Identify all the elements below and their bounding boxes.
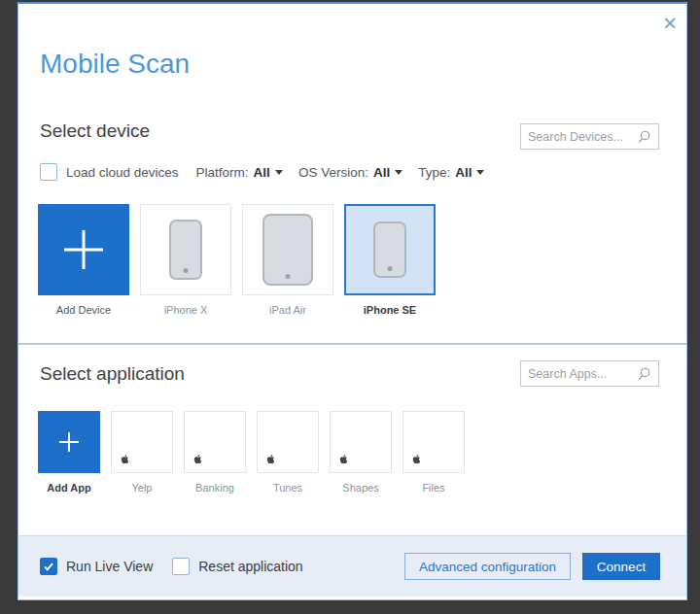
footer-bar: Run Live View Reset application Advanced… (18, 535, 686, 597)
iphone-se-tile[interactable] (344, 204, 436, 295)
iphone-x-tile[interactable] (140, 204, 231, 295)
banking-tile[interactable] (184, 411, 246, 473)
plus-icon (64, 230, 103, 269)
app-search-box (520, 360, 659, 387)
app-tile-label: Add App (47, 482, 90, 494)
app-tile-banking: Banking (184, 411, 246, 494)
apple-icon (120, 453, 130, 465)
search-icon (636, 366, 651, 382)
load-cloud-devices-checkbox[interactable] (40, 163, 57, 181)
device-tile-row: Add Device iPhone X iPad Air iPhone SE (38, 204, 446, 316)
device-tile-label: iPhone X (164, 304, 208, 316)
advanced-configuration-button[interactable]: Advanced configuration (404, 553, 571, 580)
os-version-filter-label: OS Version: (298, 165, 368, 180)
close-icon: × (663, 10, 677, 36)
reset-application-checkbox[interactable] (172, 558, 190, 575)
type-filter-value: All (455, 165, 472, 180)
add-device-tile[interactable] (38, 204, 129, 295)
checkmark-icon (43, 561, 54, 572)
device-tile-add-device: Add Device (38, 204, 129, 316)
apple-icon (192, 453, 203, 465)
phone-icon (169, 220, 202, 280)
platform-filter-value: All (254, 165, 270, 180)
shapes-tile[interactable] (330, 411, 392, 473)
app-tile-label: Shapes (342, 482, 378, 494)
app-tile-label: Files (422, 482, 444, 494)
app-tile-label: Banking (195, 482, 234, 494)
chevron-down-icon (275, 170, 283, 175)
apple-icon (265, 453, 276, 465)
app-tile-row: Add App Yelp Banking Tunes Shapes (38, 411, 475, 494)
select-application-heading: Select application (40, 363, 185, 385)
plus-icon (59, 432, 79, 452)
tunes-tile[interactable] (257, 411, 319, 473)
chevron-down-icon (395, 170, 402, 175)
app-tile-shapes: Shapes (330, 411, 392, 494)
device-tile-iphone-x: iPhone X (140, 204, 231, 316)
device-tile-ipad-air: iPad Air (242, 204, 333, 316)
app-tile-label: Tunes (273, 482, 302, 494)
run-live-view-label: Run Live View (66, 559, 153, 574)
connect-button[interactable]: Connect (582, 553, 660, 580)
app-tile-add-app: Add App (38, 411, 100, 494)
app-search-input[interactable] (528, 367, 636, 381)
device-tile-label: iPad Air (269, 304, 306, 316)
ipad-air-tile[interactable] (242, 204, 333, 295)
close-button[interactable]: × (663, 12, 677, 35)
platform-filter-label: Platform: (196, 165, 249, 180)
run-live-view-checkbox[interactable] (40, 558, 57, 575)
mobile-scan-dialog: × Mobile Scan Select device Load cloud d… (18, 2, 687, 600)
add-app-tile[interactable] (38, 411, 100, 473)
load-cloud-devices-label: Load cloud devices (66, 165, 179, 180)
apple-icon (338, 453, 349, 465)
device-tile-label: iPhone SE (364, 304, 416, 316)
reset-application-label: Reset application (198, 559, 302, 574)
app-tile-yelp: Yelp (111, 411, 173, 494)
app-tile-label: Yelp (131, 482, 152, 494)
device-tile-iphone-se: iPhone SE (344, 204, 436, 316)
os-version-filter-value: All (373, 165, 390, 180)
device-search-box (520, 123, 659, 150)
tablet-icon (262, 214, 313, 286)
phone-icon (373, 222, 406, 278)
yelp-tile[interactable] (111, 411, 173, 473)
apple-icon (411, 453, 422, 465)
search-icon (636, 129, 651, 145)
platform-filter-dropdown[interactable]: Platform: All (196, 165, 283, 180)
device-filter-row: Load cloud devices Platform: All OS Vers… (40, 163, 500, 181)
os-version-filter-dropdown[interactable]: OS Version: All (298, 165, 402, 180)
files-tile[interactable] (402, 411, 465, 473)
page-title: Mobile Scan (40, 49, 190, 80)
app-tile-files: Files (402, 411, 465, 494)
app-tile-tunes: Tunes (257, 411, 319, 494)
select-device-heading: Select device (40, 120, 150, 142)
device-search-input[interactable] (528, 130, 636, 144)
type-filter-dropdown[interactable]: Type: All (418, 165, 484, 180)
type-filter-label: Type: (418, 165, 450, 180)
device-tile-label: Add Device (56, 304, 111, 316)
section-divider (18, 343, 686, 345)
chevron-down-icon (476, 170, 484, 175)
